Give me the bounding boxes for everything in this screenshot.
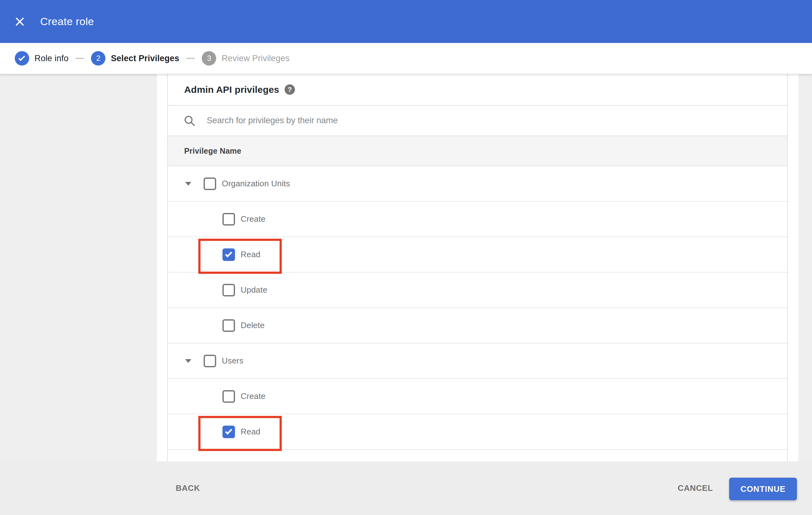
step-select-privileges[interactable]: 2 Select Privileges — [91, 51, 179, 65]
step-connector — [75, 58, 84, 59]
step-label: Review Privileges — [222, 54, 289, 63]
main-area: Admin API privileges ? Privilege Name Or… — [0, 74, 812, 461]
back-button[interactable]: BACK — [168, 477, 208, 499]
step-connector — [186, 58, 195, 59]
step-label: Select Privileges — [111, 54, 179, 63]
app-header: Create role — [0, 0, 812, 43]
privilege-label: Users — [222, 356, 243, 366]
checkbox-unchecked[interactable] — [204, 355, 216, 367]
privilege-label: Create — [241, 391, 265, 401]
column-header-privilege-name: Privilege Name — [184, 147, 241, 156]
step-complete-check-icon[interactable] — [15, 51, 29, 65]
privilege-label: Update — [241, 285, 267, 295]
step-role-info[interactable]: Role info — [15, 51, 68, 65]
search-icon — [183, 115, 196, 127]
privilege-label: Delete — [241, 321, 264, 330]
section-title-row: Admin API privileges ? — [168, 74, 787, 105]
table-row: Read — [168, 237, 787, 273]
privileges-table: Admin API privileges ? Privilege Name Or… — [167, 74, 788, 461]
privilege-label: Read — [241, 427, 260, 436]
step-number-badge[interactable]: 2 — [91, 51, 106, 65]
expand-arrow-icon[interactable] — [185, 182, 192, 186]
table-row: Organization Units — [168, 166, 787, 202]
close-icon[interactable] — [14, 16, 25, 27]
check-icon — [225, 250, 232, 258]
content-card: Admin API privileges ? Privilege Name Or… — [157, 74, 799, 461]
table-header-row: Privilege Name — [168, 135, 787, 166]
search-row — [168, 105, 787, 135]
help-icon[interactable]: ? — [285, 84, 295, 95]
stepper: Role info 2 Select Privileges 3 Review P… — [0, 43, 812, 74]
page-title: Create role — [40, 16, 94, 28]
checkbox-unchecked[interactable] — [223, 213, 235, 225]
cancel-button[interactable]: CANCEL — [670, 477, 720, 499]
step-number-badge[interactable]: 3 — [202, 51, 216, 65]
privilege-rows: Organization UnitsCreateReadUpdateDelete… — [168, 166, 787, 450]
expand-arrow-icon[interactable] — [185, 359, 192, 363]
annotation-highlight-box — [198, 416, 282, 451]
table-row: Update — [168, 273, 787, 308]
section-title: Admin API privileges — [184, 84, 279, 95]
checkbox-unchecked[interactable] — [223, 284, 235, 296]
step-review-privileges[interactable]: 3 Review Privileges — [202, 51, 289, 65]
checkbox-checked[interactable] — [223, 426, 235, 438]
footer-bar: BACK CANCEL CONTINUE — [0, 461, 812, 515]
privilege-label: Create — [241, 214, 265, 224]
table-row: Create — [168, 202, 787, 237]
step-label: Role info — [34, 54, 68, 63]
privilege-label: Read — [241, 250, 260, 260]
continue-button[interactable]: CONTINUE — [729, 478, 797, 500]
left-rail — [0, 74, 157, 461]
checkbox-unchecked[interactable] — [223, 319, 235, 332]
privilege-label: Organization Units — [222, 179, 290, 188]
table-row: Users — [168, 343, 787, 379]
search-input[interactable] — [207, 116, 677, 125]
checkbox-unchecked[interactable] — [223, 390, 235, 403]
check-icon — [225, 427, 232, 435]
table-row: Delete — [168, 308, 787, 343]
table-row: Read — [168, 414, 787, 450]
annotation-highlight-box — [198, 239, 282, 274]
checkbox-checked[interactable] — [223, 248, 235, 261]
table-row: Create — [168, 379, 787, 414]
check-icon — [19, 54, 25, 61]
checkbox-unchecked[interactable] — [204, 178, 216, 190]
